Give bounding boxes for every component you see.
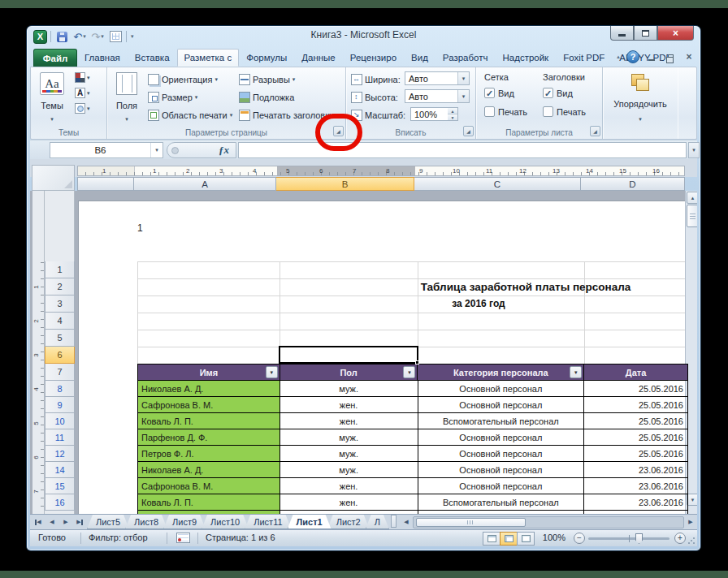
gridlines-view-option[interactable]: ✓Вид (484, 88, 514, 98)
page-break-view-button[interactable] (517, 532, 535, 546)
fill-handle[interactable] (415, 360, 419, 364)
cell-gender[interactable]: муж. (280, 462, 418, 478)
table-header-cell[interactable]: Категория персонала▾ (418, 364, 584, 381)
row-header[interactable]: 2 (45, 278, 75, 295)
cell-category[interactable]: Вспомогательный персонал (418, 494, 585, 511)
arrange-button[interactable]: Упорядочить ▾ (608, 70, 673, 123)
next-sheet-button[interactable]: ▶ (59, 516, 72, 528)
scale-to-fit-dialog-launcher[interactable]: ◢ (463, 126, 474, 136)
tab-splitter[interactable] (391, 515, 396, 528)
checkbox-checked-icon[interactable]: ✓ (543, 88, 553, 98)
minimize-button[interactable] (610, 26, 634, 41)
cell-gender[interactable]: муж. (280, 429, 418, 446)
workbook-restore-button[interactable] (664, 51, 677, 63)
theme-fonts-button[interactable]: A▾ (73, 86, 92, 100)
collapse-ribbon-button[interactable]: ▲ (616, 54, 621, 59)
row-header[interactable]: 4 (45, 313, 75, 330)
cell-date[interactable]: 25.05.2016 (584, 381, 688, 397)
row-header[interactable]: 10 (45, 413, 75, 429)
sheet-tab[interactable]: Лист2 (327, 515, 370, 529)
checkbox-unchecked-icon[interactable] (543, 106, 553, 117)
width-combobox[interactable]: Авто▾ (405, 71, 470, 85)
ribbon-tab[interactable]: Формулы (239, 49, 294, 67)
ribbon-tab[interactable]: Разработч (436, 49, 496, 67)
horizontal-scrollbar[interactable]: ◀ ▶ (400, 515, 697, 529)
theme-colors-button[interactable]: ▾ (73, 71, 92, 84)
table-header-cell[interactable]: Пол▾ (280, 364, 418, 381)
cell-date[interactable]: 25.05.2016 (584, 397, 688, 413)
sheet-tab[interactable]: Лист9 (163, 515, 206, 529)
cell-gender[interactable]: жен. (280, 494, 418, 511)
table-header-cell[interactable]: Имя▾ (138, 364, 280, 381)
cell-date[interactable]: 23.06.2016 (584, 462, 688, 478)
scale-spinner[interactable]: 100% ▲▼ (410, 107, 458, 121)
cell-date[interactable]: 25.05.2016 (584, 429, 688, 446)
cell-name[interactable]: Сафронова В. М. (138, 478, 280, 494)
cell-name[interactable]: Коваль Л. П. (138, 413, 280, 429)
column-header[interactable]: B (276, 177, 414, 191)
page-layout-view-button[interactable] (500, 532, 518, 546)
expand-formula-bar-button[interactable]: ▾ (688, 142, 700, 158)
ribbon-tab[interactable]: Рецензиро (343, 49, 404, 67)
ribbon-tab[interactable]: Разметка с (177, 49, 240, 67)
scroll-left-button[interactable]: ◀ (400, 516, 413, 528)
ribbon-tab[interactable]: Главная (77, 49, 128, 67)
horizontal-scroll-thumb[interactable] (416, 518, 526, 527)
row-header[interactable]: 11 (45, 429, 75, 446)
cell-name[interactable]: Петров Ф. Л. (138, 446, 280, 462)
previous-sheet-button[interactable]: ◀ (46, 516, 58, 528)
cell-category[interactable]: Основной персонал (418, 478, 585, 494)
cell-name[interactable]: Сафронова В. М. (138, 397, 280, 413)
help-button[interactable]: ? (626, 50, 639, 63)
row-header[interactable]: 9 (45, 397, 75, 413)
sheet-tab[interactable]: Лист5 (87, 515, 129, 529)
theme-effects-button[interactable]: ▾ (73, 101, 92, 115)
size-button[interactable]: Размер▾ (148, 89, 197, 105)
sheet-tab[interactable]: Лист8 (125, 515, 167, 529)
vertical-scroll-thumb[interactable] (687, 205, 697, 227)
workbook-close-button[interactable]: × (682, 51, 696, 63)
cell-date[interactable]: 25.05.2016 (584, 446, 688, 462)
cell-gender[interactable]: муж. (280, 381, 418, 397)
ribbon-tab[interactable]: Foxit PDF (556, 49, 612, 67)
zoom-in-button[interactable]: + (674, 533, 686, 544)
themes-button[interactable]: Aa Темы ▾ (34, 70, 70, 123)
column-header[interactable]: C (414, 177, 581, 191)
formula-input[interactable] (238, 142, 687, 158)
row-header[interactable]: 7 (45, 364, 75, 381)
checkbox-checked-icon[interactable]: ✓ (484, 88, 495, 98)
macro-record-icon[interactable] (176, 533, 190, 543)
row-header[interactable]: 15 (45, 478, 75, 494)
sheet-tab[interactable]: Лист11 (245, 515, 291, 529)
cell-name[interactable]: Николаев А. Д. (138, 462, 280, 478)
scroll-up-button[interactable]: ▲ (687, 192, 697, 204)
file-tab[interactable]: Файл (33, 49, 77, 67)
orientation-button[interactable]: Ориентация▾ (148, 71, 218, 87)
horizontal-scroll-track[interactable] (413, 516, 684, 528)
cell-category[interactable]: Вспомогательный персонал (418, 413, 585, 429)
zoom-level[interactable]: 100% (543, 533, 566, 542)
cell-category[interactable]: Основной персонал (418, 429, 585, 446)
name-box[interactable]: B6 ▾ (50, 142, 163, 158)
table-header-cell[interactable]: Дата (584, 364, 688, 381)
cell-name[interactable]: Коваль Л. П. (138, 494, 280, 511)
ribbon-tab[interactable]: Надстройк (495, 49, 556, 67)
workbook-minimize-button[interactable] (645, 51, 658, 63)
sheet-tab[interactable]: Лист1 (288, 515, 332, 529)
headings-print-option[interactable]: Печать (543, 106, 586, 117)
cell-category[interactable]: Основной персонал (418, 462, 585, 478)
last-sheet-button[interactable]: ▶ (73, 516, 86, 528)
cell-gender[interactable]: жен. (280, 397, 418, 413)
sheet-title-cell[interactable]: Таблица заработной платы персонала (399, 278, 652, 295)
cell-category[interactable]: Основной персонал (418, 446, 585, 462)
cell-category[interactable]: Основной персонал (418, 381, 585, 397)
background-button[interactable]: Подложка (239, 89, 294, 105)
maximize-button[interactable] (634, 26, 657, 41)
column-header[interactable]: A (134, 177, 276, 191)
ribbon-tab[interactable]: Данные (294, 49, 343, 67)
row-header[interactable]: 5 (45, 330, 75, 347)
cell-gender[interactable]: муж. (280, 446, 418, 462)
headings-view-option[interactable]: ✓Вид (543, 88, 573, 98)
sheet-tab[interactable]: Лист10 (202, 515, 249, 529)
filter-dropdown-button[interactable]: ▾ (570, 366, 582, 378)
